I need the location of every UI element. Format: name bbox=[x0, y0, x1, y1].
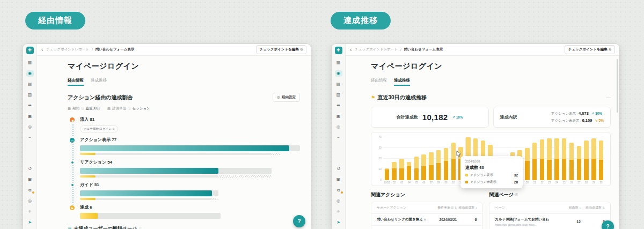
breadcrumb-current: 問い合わせフォーム表示 bbox=[96, 47, 134, 52]
funnel-subbar bbox=[80, 175, 300, 178]
funnel-bar bbox=[80, 190, 300, 196]
page-chip[interactable]: カルテ保険|ログイン ⧉ bbox=[80, 125, 118, 132]
window-tassei-suii: ✚▦◉▤▧➦▣◎−↺▣⧉◎⌾➤ ‹ チェックポイントレポート / 問い合わせフォ… bbox=[331, 43, 620, 229]
chart-tooltip: 2024/10/09 達成数 60 アクション表示 32 アクション未表示 28 bbox=[460, 156, 523, 188]
copy-icon[interactable]: ⧉ bbox=[26, 187, 34, 194]
bar-27[interactable] bbox=[576, 137, 582, 180]
funnel-bar bbox=[80, 145, 300, 151]
topbar: ‹ チェックポイントレポート / 問い合わせフォーム表示 チェックポイントを編集… bbox=[346, 44, 619, 56]
bar-22[interactable] bbox=[539, 137, 545, 180]
bar-28[interactable] bbox=[583, 137, 590, 180]
filter-period[interactable]: ⊞ 期間 ⓘ 直近30日 bbox=[68, 106, 100, 111]
bar-07[interactable] bbox=[428, 137, 435, 180]
funnel-bar bbox=[80, 213, 300, 219]
bar-23[interactable] bbox=[546, 137, 553, 180]
collapse-icon[interactable]: — bbox=[606, 95, 611, 100]
info-icon: ⓘ bbox=[515, 193, 518, 197]
route-settings-button[interactable]: ⚙ 経由設定 bbox=[273, 93, 300, 102]
funnel-step-inflow: ◀流入 81カルテ保険|ログイン ⧉ bbox=[68, 116, 300, 132]
bar-05[interactable] bbox=[413, 137, 420, 180]
window-icon[interactable]: ▣ bbox=[335, 176, 342, 183]
page-title: マイページログイン bbox=[68, 62, 300, 71]
external-link-icon: ⧉ bbox=[424, 218, 426, 221]
edit-checkpoint-button[interactable]: チェックポイントを編集 ⧉ bbox=[256, 45, 306, 54]
bar-30[interactable] bbox=[598, 137, 604, 180]
external-link-icon: ⧉ bbox=[113, 127, 115, 131]
bar-04[interactable] bbox=[406, 137, 412, 180]
send-icon[interactable]: ➤ bbox=[26, 219, 34, 226]
bar-26[interactable] bbox=[568, 137, 575, 180]
help-icon[interactable]: ◎ bbox=[335, 198, 342, 204]
table-row[interactable]: カルテ保険|フォームでお問い合わ https://site-demo.karte… bbox=[489, 214, 610, 229]
share-icon[interactable]: ➦ bbox=[335, 102, 342, 109]
scrollbar[interactable] bbox=[617, 59, 618, 113]
history-icon[interactable]: ↺ bbox=[335, 166, 342, 172]
sort-icon[interactable]: ⇅ bbox=[603, 206, 605, 209]
tab-keiyu-joho[interactable]: 経由情報 bbox=[68, 78, 84, 86]
users-icon[interactable]: ◉ bbox=[26, 70, 34, 77]
breadcrumb-root[interactable]: チェックポイントレポート bbox=[46, 47, 89, 52]
app-sidebar: ✚▦◉▤▧➦▣◎−↺▣⧉◎⌾➤ bbox=[23, 44, 37, 229]
list-icon: ☰ bbox=[68, 226, 71, 229]
bar-06[interactable] bbox=[421, 137, 427, 180]
back-icon[interactable]: ‹ bbox=[350, 47, 352, 53]
bar-10-01[interactable] bbox=[384, 137, 390, 180]
bar-10[interactable] bbox=[450, 137, 457, 180]
help-icon[interactable]: ◎ bbox=[26, 198, 34, 204]
edit-checkpoint-button[interactable]: チェックポイントを編集 ⧉ bbox=[565, 45, 615, 54]
book-icon[interactable]: ▣ bbox=[335, 113, 342, 120]
support-fab[interactable]: ? bbox=[293, 215, 305, 227]
send-icon[interactable]: ➤ bbox=[335, 219, 342, 226]
total-achievements-card: 合計達成数 10,182 ↗ 10% bbox=[371, 107, 489, 128]
breadcrumb-root[interactable]: チェックポイントレポート bbox=[355, 47, 398, 52]
sort-down-icon[interactable]: ↓ bbox=[475, 206, 477, 209]
bar-24[interactable] bbox=[554, 137, 560, 180]
tab-tassei-suii[interactable]: 達成推移 bbox=[91, 78, 107, 86]
app-logo-icon[interactable]: ✚ bbox=[26, 47, 34, 54]
support-fab[interactable]: ? bbox=[602, 220, 614, 229]
share-icon[interactable]: ➦ bbox=[26, 102, 34, 109]
board-icon[interactable]: ▤ bbox=[26, 81, 34, 87]
grid-icon[interactable]: ▦ bbox=[335, 60, 342, 66]
label-keiyu-joho: 経由情報 bbox=[25, 12, 85, 29]
tooltip-date: 2024/10/09 bbox=[465, 160, 518, 163]
bar-25[interactable] bbox=[561, 137, 567, 180]
back-icon[interactable]: ‹ bbox=[41, 47, 43, 53]
globe-icon[interactable]: ⌾ bbox=[26, 209, 34, 215]
users-icon[interactable]: ◉ bbox=[335, 70, 342, 77]
grid-icon[interactable]: ▦ bbox=[26, 60, 34, 66]
table-row[interactable]: #T_top_アンサーウィジェット ⧉ 2024/03/22 5 bbox=[371, 225, 482, 229]
megaphone-icon: ◀ bbox=[69, 116, 76, 123]
window-icon[interactable]: ▣ bbox=[26, 176, 34, 183]
related-actions-title: 関連アクション bbox=[371, 191, 482, 198]
tab-keiyu-joho[interactable]: 経由情報 bbox=[371, 78, 387, 86]
doc-icon[interactable]: ▧ bbox=[26, 92, 34, 98]
bar-20[interactable] bbox=[524, 137, 531, 180]
table-row[interactable]: 問い合わせリンクの置き換え ⧉ 2024/03/21 6 bbox=[371, 214, 482, 225]
funnel-step-reaction: リアクション 54 bbox=[68, 159, 300, 178]
doc-icon[interactable]: ▧ bbox=[335, 92, 342, 98]
target-icon[interactable]: ◎ bbox=[26, 124, 34, 130]
route-settings-label: 経由設定 bbox=[282, 95, 296, 100]
minus-icon[interactable]: − bbox=[335, 135, 342, 141]
bar-09[interactable] bbox=[443, 137, 449, 180]
app-logo-icon[interactable]: ✚ bbox=[335, 47, 342, 54]
bar-29[interactable] bbox=[590, 137, 597, 180]
board-icon[interactable]: ▤ bbox=[335, 81, 342, 87]
cursor-icon bbox=[456, 151, 461, 157]
gear-icon: ⚙ bbox=[277, 95, 280, 100]
breakdown-row: アクション表示 4,073 ↗ 30% bbox=[551, 111, 604, 116]
filter-unit[interactable]: ⊟ 計測単位 ⓘ セッション bbox=[107, 106, 150, 111]
bar-02[interactable] bbox=[391, 137, 398, 180]
book-icon[interactable]: ▣ bbox=[26, 113, 34, 120]
bar-21[interactable] bbox=[531, 137, 538, 180]
globe-icon[interactable]: ⌾ bbox=[335, 209, 342, 215]
target-icon[interactable]: ◎ bbox=[335, 124, 342, 130]
tab-tassei-suii[interactable]: 達成推移 bbox=[394, 78, 410, 86]
history-icon[interactable]: ↺ bbox=[26, 166, 34, 172]
unit-icon: ⊟ bbox=[107, 107, 111, 111]
bar-03[interactable] bbox=[399, 137, 405, 180]
minus-icon[interactable]: − bbox=[26, 135, 34, 141]
bar-08[interactable] bbox=[435, 137, 442, 180]
copy-icon[interactable]: ⧉ bbox=[335, 187, 342, 194]
